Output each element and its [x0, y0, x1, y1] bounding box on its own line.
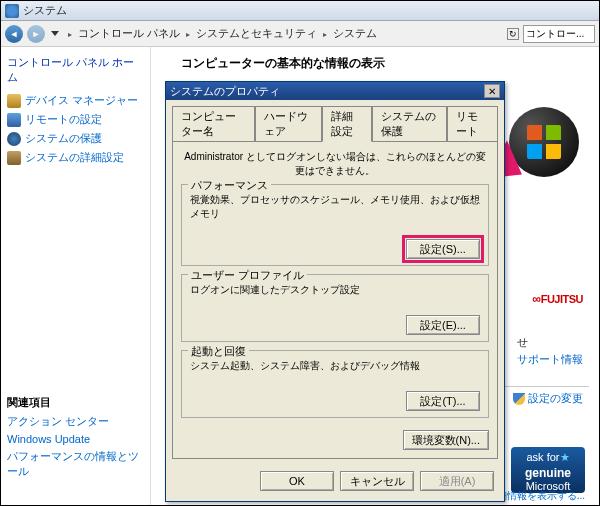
user-profile-group: ユーザー プロファイル ログオンに関連したデスクトップ設定 設定(E)... [181, 274, 489, 342]
support-block: せ サポート情報 [517, 335, 583, 367]
sidebar-item-device-manager[interactable]: デバイス マネージャー [7, 93, 144, 108]
related-performance[interactable]: パフォーマンスの情報とツール [7, 449, 144, 479]
env-variables-button[interactable]: 環境変数(N)... [403, 430, 489, 450]
tab-computer-name[interactable]: コンピューター名 [172, 106, 255, 141]
uac-shield-icon [513, 393, 525, 405]
app-icon [5, 4, 19, 18]
refresh-icon[interactable]: ↻ [507, 28, 519, 40]
performance-legend: パフォーマンス [188, 178, 271, 193]
search-input[interactable] [523, 25, 595, 43]
device-icon [7, 94, 21, 108]
profile-settings-button[interactable]: 設定(E)... [406, 315, 480, 335]
remote-icon [7, 113, 21, 127]
dialog-titlebar[interactable]: システムのプロパティ ✕ [166, 82, 504, 100]
performance-desc: 視覚効果、プロセッサのスケジュール、メモリ使用、および仮想メモリ [190, 193, 480, 221]
startup-legend: 起動と回復 [188, 344, 249, 359]
related-heading: 関連項目 [7, 395, 144, 410]
breadcrumb-root[interactable]: コントロール パネル [78, 27, 180, 39]
dialog-tabs: コンピューター名 ハードウェア 詳細設定 システムの保護 リモート [166, 100, 504, 141]
nav-forward-button[interactable]: ► [27, 25, 45, 43]
related-action-center[interactable]: アクション センター [7, 414, 144, 429]
system-properties-dialog: システムのプロパティ ✕ コンピューター名 ハードウェア 詳細設定 システムの保… [165, 81, 505, 502]
ok-button[interactable]: OK [260, 471, 334, 491]
tab-protection[interactable]: システムの保護 [372, 106, 447, 141]
cancel-button[interactable]: キャンセル [340, 471, 414, 491]
shield-icon [7, 132, 21, 146]
startup-group: 起動と回復 システム起動、システム障害、およびデバッグ情報 設定(T)... [181, 350, 489, 418]
nav-dropdown-icon[interactable] [51, 31, 59, 36]
startup-settings-button[interactable]: 設定(T)... [406, 391, 480, 411]
sidebar-home-link[interactable]: コントロール パネル ホーム [7, 55, 144, 85]
fujitsu-logo: ∞FUJITSU [533, 287, 583, 308]
tab-hardware[interactable]: ハードウェア [255, 106, 322, 141]
sidebar-item-advanced[interactable]: システムの詳細設定 [7, 150, 144, 165]
sidebar-item-remote[interactable]: リモートの設定 [7, 112, 144, 127]
settings-change-link[interactable]: 設定の変更 [513, 391, 583, 406]
breadcrumb-l1[interactable]: システムとセキュリティ [196, 27, 317, 39]
advanced-icon [7, 151, 21, 165]
close-button[interactable]: ✕ [484, 84, 500, 98]
sidebar: コントロール パネル ホーム デバイス マネージャー リモートの設定 システムの… [1, 47, 151, 506]
profile-legend: ユーザー プロファイル [188, 268, 307, 283]
genuine-badge[interactable]: ask for★ genuine Microsoft software [511, 447, 585, 493]
breadcrumb[interactable]: ▸ コントロール パネル ▸ システムとセキュリティ ▸ システム [65, 26, 503, 41]
window-titlebar: システム [1, 1, 599, 21]
related-windows-update[interactable]: Windows Update [7, 433, 144, 445]
page-heading: コンピューターの基本的な情報の表示 [181, 55, 589, 72]
sidebar-item-protection[interactable]: システムの保護 [7, 131, 144, 146]
profile-desc: ログオンに関連したデスクトップ設定 [190, 283, 480, 297]
breadcrumb-l2[interactable]: システム [333, 27, 377, 39]
dialog-title: システムのプロパティ [170, 84, 280, 99]
toolbar: ◄ ► ▸ コントロール パネル ▸ システムとセキュリティ ▸ システム ↻ [1, 21, 599, 47]
tab-advanced[interactable]: 詳細設定 [322, 106, 373, 142]
window-title: システム [23, 3, 67, 18]
dialog-body: Administrator としてログオンしない場合は、これらのほとんどの変更は… [172, 141, 498, 459]
support-link[interactable]: サポート情報 [517, 352, 583, 367]
tab-remote[interactable]: リモート [447, 106, 498, 141]
startup-desc: システム起動、システム障害、およびデバッグ情報 [190, 359, 480, 373]
performance-settings-button[interactable]: 設定(S)... [406, 239, 480, 259]
admin-note: Administrator としてログオンしない場合は、これらのほとんどの変更は… [181, 150, 489, 178]
performance-group: パフォーマンス 視覚効果、プロセッサのスケジュール、メモリ使用、および仮想メモリ… [181, 184, 489, 266]
apply-button[interactable]: 適用(A) [420, 471, 494, 491]
nav-back-button[interactable]: ◄ [5, 25, 23, 43]
